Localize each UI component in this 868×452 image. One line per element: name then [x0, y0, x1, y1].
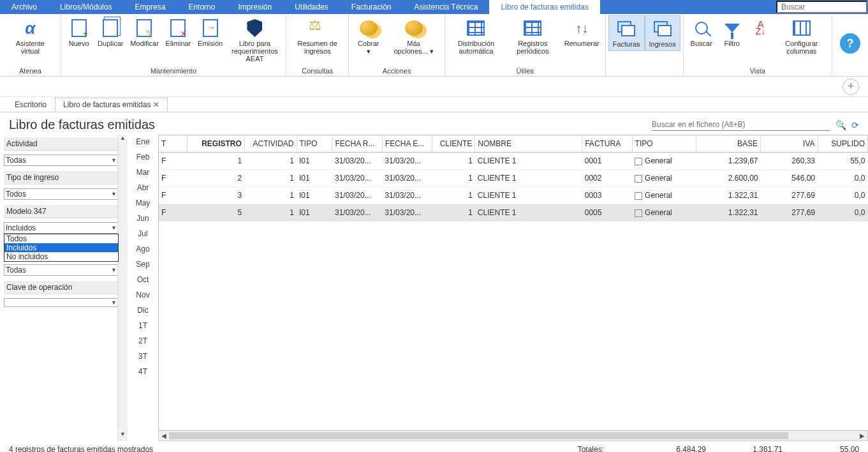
mas-opciones-button[interactable]: Más opciones... ▾ — [385, 15, 442, 57]
sidebar-scrollbar[interactable]: ▲▼ — [117, 135, 128, 441]
cell: 2 — [188, 170, 245, 187]
registros-periodicos-button[interactable]: Registros periódicos — [504, 15, 561, 57]
month-oct[interactable]: Oct — [137, 275, 149, 284]
emision-button[interactable]: Emisión — [195, 15, 226, 50]
col-header[interactable]: SUPLIDO — [818, 135, 867, 153]
month-dic[interactable]: Dic — [137, 306, 148, 315]
asistente-virtual-button[interactable]: αAsistente virtual — [3, 15, 58, 57]
filter-label-modelo-347: Modelo 347 — [4, 205, 126, 218]
col-header[interactable]: TIPO — [297, 135, 332, 153]
close-icon[interactable]: ✕ — [153, 100, 159, 109]
menu-archivo[interactable]: Archivo — [0, 0, 48, 14]
table-row[interactable]: F11I0131/03/20...31/03/20...1CLIENTE 100… — [159, 153, 868, 170]
scroll-up-icon[interactable]: ▲ — [118, 135, 128, 145]
menu-asistencia[interactable]: Asistencia Técnica — [403, 0, 490, 14]
table-row[interactable]: F31I0131/03/20...31/03/20...1CLIENTE 100… — [159, 187, 868, 204]
table-row[interactable]: F51I0131/03/20...31/03/20...1CLIENTE 100… — [159, 204, 868, 222]
month-ene[interactable]: Ene — [136, 137, 149, 146]
nuevo-button[interactable]: Nuevo — [64, 15, 94, 50]
month-ago[interactable]: Ago — [136, 245, 149, 253]
buscar-button[interactable]: Buscar — [686, 15, 717, 50]
month-1t[interactable]: 1T — [138, 321, 147, 330]
scroll-down-icon[interactable]: ▼ — [118, 431, 128, 441]
col-header[interactable]: IVA — [761, 135, 818, 153]
dropdown-option-todos[interactable]: Todos — [4, 234, 118, 243]
ordenar-button[interactable]: AZ↓ — [747, 15, 774, 42]
filter-select-actividad[interactable]: Todas▼ — [4, 154, 119, 166]
col-header[interactable]: NOMBRE — [475, 135, 582, 153]
facturas-button[interactable]: Facturas — [608, 15, 645, 51]
month-jul[interactable]: Jul — [138, 229, 147, 238]
checkbox[interactable] — [635, 192, 642, 200]
doc-tabs: Escritorio Libro de facturas emitidas✕ — [0, 97, 868, 112]
checkbox[interactable] — [635, 209, 642, 217]
cobrar-button[interactable]: Cobrar ▾ — [351, 15, 385, 57]
eliminar-button[interactable]: Eliminar — [162, 15, 195, 50]
col-header[interactable]: TIPO — [632, 135, 696, 153]
dropdown-option-no-incluidos[interactable]: No incluidos — [4, 252, 118, 261]
month-sep[interactable]: Sep — [136, 260, 149, 269]
search-icon[interactable]: 🔍 — [835, 120, 846, 130]
month-4t[interactable]: 4T — [138, 367, 147, 376]
horizontal-scrollbar[interactable]: ◀ ▶ — [158, 431, 868, 441]
col-header[interactable]: ACTIVIDAD — [244, 135, 297, 153]
filter-select-extra[interactable]: Todas▼ — [4, 264, 119, 276]
checkbox[interactable] — [635, 175, 642, 183]
month-nov[interactable]: Nov — [136, 290, 149, 299]
resumen-ingresos-button[interactable]: Resumen de ingresos — [289, 15, 346, 57]
cell: 1 — [244, 153, 297, 170]
refresh-icon[interactable]: ⟳ — [851, 120, 859, 130]
renumerar-button[interactable]: ↑↓Renumerar — [561, 15, 603, 50]
month-abr[interactable]: Abr — [137, 183, 149, 192]
cell: 1 — [432, 153, 475, 170]
libro-aeat-button[interactable]: Libro para requerimientos AEAT — [226, 15, 284, 65]
cell: CLIENTE 1 — [475, 153, 582, 170]
modificar-button[interactable]: Modificar — [127, 15, 162, 50]
month-2t[interactable]: 2T — [138, 336, 147, 345]
scrollbar-thumb[interactable] — [169, 432, 788, 439]
ingresos-button[interactable]: Ingresos — [645, 15, 680, 51]
col-header[interactable]: FECHA R... — [332, 135, 382, 153]
menu-libro-facturas-emitidas[interactable]: Libro de facturas emitidas — [489, 0, 600, 14]
col-header[interactable]: CLIENTE — [432, 135, 475, 153]
scroll-left-icon[interactable]: ◀ — [159, 432, 169, 439]
menu-empresa[interactable]: Empresa — [123, 0, 177, 14]
col-header[interactable]: REGISTRO — [188, 135, 245, 153]
cell: 55,0 — [818, 153, 867, 170]
help-button[interactable]: ? — [832, 14, 868, 76]
month-jun[interactable]: Jun — [136, 214, 149, 223]
month-feb[interactable]: Feb — [136, 153, 150, 162]
tab-libro-facturas[interactable]: Libro de facturas emitidas✕ — [55, 98, 168, 112]
month-3t[interactable]: 3T — [138, 352, 147, 361]
month-may[interactable]: May — [136, 199, 151, 207]
col-header[interactable]: T — [159, 135, 188, 153]
filter-select-modelo-347[interactable]: Incluidos▼ — [4, 222, 119, 234]
add-button[interactable]: + — [842, 79, 859, 95]
configurar-columnas-button[interactable]: Configurar columnas — [774, 15, 829, 57]
menu-facturacion[interactable]: Facturación — [340, 0, 403, 14]
tab-escritorio[interactable]: Escritorio — [6, 98, 55, 112]
scroll-right-icon[interactable]: ▶ — [857, 432, 867, 439]
global-search-input[interactable] — [776, 1, 867, 13]
file-search-input[interactable] — [652, 119, 830, 131]
duplicar-button[interactable]: Duplicar — [94, 15, 127, 50]
distribucion-button[interactable]: Distribución automática — [448, 15, 504, 57]
dropdown-option-incluidos[interactable]: Incluidos — [4, 243, 118, 252]
menu-utilidades[interactable]: Utilidades — [283, 0, 340, 14]
menu-impresion[interactable]: Impresión — [226, 0, 283, 14]
checkbox[interactable] — [635, 158, 642, 165]
menu-entorno[interactable]: Entorno — [177, 0, 226, 14]
col-header[interactable]: FECHA E... — [382, 135, 432, 153]
cell: 277,69 — [761, 204, 818, 222]
filter-select-clave-operacion[interactable]: ▼ — [4, 298, 119, 307]
filtro-button[interactable]: Filtro — [717, 15, 747, 50]
month-mar[interactable]: Mar — [136, 168, 150, 177]
menu-libros-modulos[interactable]: Libros/Módulos — [48, 0, 123, 14]
table-row[interactable]: F21I0131/03/20...31/03/20...1CLIENTE 100… — [159, 170, 868, 187]
ribbon-group-label: Vista — [686, 66, 829, 76]
scale-icon — [309, 20, 327, 36]
filter-select-tipo-ingreso[interactable]: Todos▼ — [4, 188, 119, 200]
emit-icon — [203, 19, 218, 37]
col-header[interactable]: FACTURA — [582, 135, 632, 153]
col-header[interactable]: BASE — [696, 135, 761, 153]
